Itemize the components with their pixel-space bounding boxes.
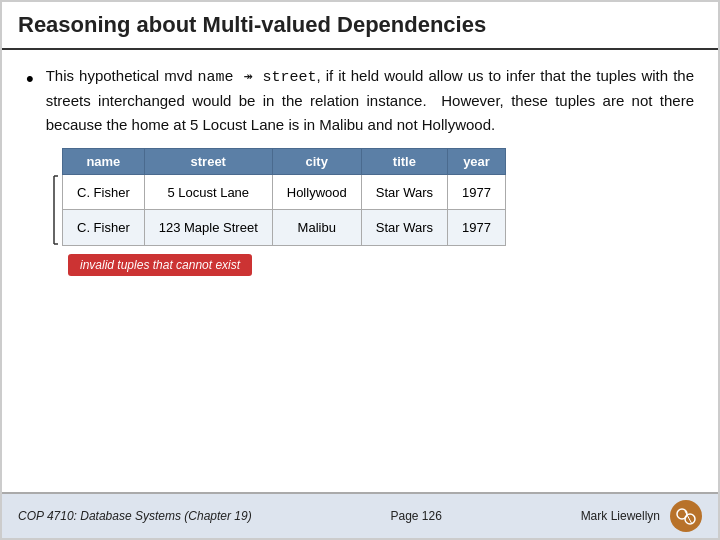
table-section: name street city title year C. Fisher 5 …: [40, 148, 694, 276]
cell-street-1: 5 Locust Lane: [144, 174, 272, 210]
col-year: year: [448, 148, 506, 174]
col-city: city: [272, 148, 361, 174]
cell-year-1: 1977: [448, 174, 506, 210]
mvd-name: name ↠ street: [198, 69, 317, 86]
invalid-label: invalid tuples that cannot exist: [68, 254, 252, 276]
slide-title: Reasoning about Multi-valued Dependencie…: [18, 12, 702, 38]
col-title: title: [361, 148, 447, 174]
mvd-table: name street city title year C. Fisher 5 …: [62, 148, 506, 246]
cell-year-2: 1977: [448, 210, 506, 246]
footer-page: Page 126: [390, 509, 441, 523]
footer-logo: [670, 500, 702, 532]
slide: Reasoning about Multi-valued Dependencie…: [0, 0, 720, 540]
footer-right-group: Mark Liewellyn: [581, 500, 702, 532]
table-header-row: name street city title year: [63, 148, 506, 174]
cell-name-2: C. Fisher: [63, 210, 145, 246]
col-street: street: [144, 148, 272, 174]
footer: COP 4710: Database Systems (Chapter 19) …: [2, 492, 718, 538]
table-row: C. Fisher 123 Maple Street Malibu Star W…: [63, 210, 506, 246]
invalid-label-wrapper: invalid tuples that cannot exist: [40, 252, 694, 276]
slide-content: • This hypothetical mvd name ↠ street, i…: [2, 50, 718, 492]
cell-city-1: Hollywood: [272, 174, 361, 210]
col-name: name: [63, 148, 145, 174]
footer-author: Mark Liewellyn: [581, 509, 660, 523]
cell-city-2: Malibu: [272, 210, 361, 246]
bullet-section: • This hypothetical mvd name ↠ street, i…: [26, 64, 694, 136]
footer-course: COP 4710: Database Systems (Chapter 19): [18, 509, 252, 523]
bracket-svg: [40, 174, 58, 246]
cell-title-1: Star Wars: [361, 174, 447, 210]
bullet-text: This hypothetical mvd name ↠ street, if …: [46, 64, 694, 136]
cell-street-2: 123 Maple Street: [144, 210, 272, 246]
title-bar: Reasoning about Multi-valued Dependencie…: [2, 2, 718, 50]
cell-title-2: Star Wars: [361, 210, 447, 246]
cell-name-1: C. Fisher: [63, 174, 145, 210]
table-row: C. Fisher 5 Locust Lane Hollywood Star W…: [63, 174, 506, 210]
bullet-dot: •: [26, 66, 34, 92]
